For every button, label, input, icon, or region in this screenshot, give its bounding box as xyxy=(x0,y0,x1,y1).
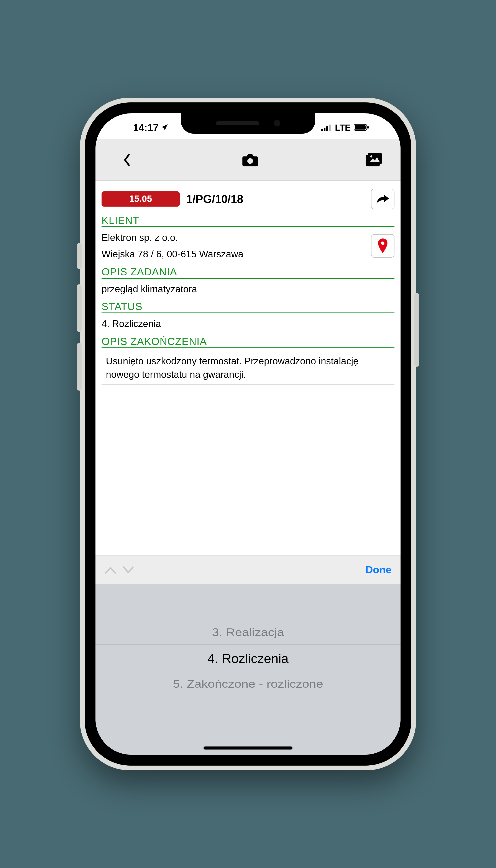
status-value[interactable]: 4. Rozliczenia xyxy=(102,317,394,336)
section-title-opis-zadania: OPIS ZADANIA xyxy=(102,266,394,279)
phone-power-button xyxy=(415,293,419,367)
picker-option[interactable]: 5. Zakończone - rozliczone xyxy=(95,678,401,690)
status-network: LTE xyxy=(335,123,351,133)
picker-option[interactable]: 3. Realizacja xyxy=(95,626,401,638)
klient-name: Elektron sp. z o.o. xyxy=(102,231,366,245)
section-title-opis-zakonczenia: OPIS ZAKOŃCZENIA xyxy=(102,336,394,348)
section-status: STATUS 4. Rozliczenia xyxy=(95,300,401,336)
phone-volume-down-button xyxy=(77,343,81,391)
section-opis-zadania: OPIS ZADANIA przegląd klimatyzatora xyxy=(95,266,401,301)
phone-frame: 14:17 LTE xyxy=(80,98,416,770)
svg-rect-2 xyxy=(326,126,328,131)
status-picker[interactable]: 3. Realizacja 4. Rozliczenia 5. Zakończo… xyxy=(95,584,401,755)
section-title-status: STATUS xyxy=(102,300,394,313)
svg-point-12 xyxy=(381,242,384,245)
task-header: 15.05 1/PG/10/18 xyxy=(95,181,401,214)
svg-rect-6 xyxy=(367,126,369,129)
map-pin-button[interactable] xyxy=(371,234,394,258)
screen: 14:17 LTE xyxy=(95,113,401,755)
svg-point-11 xyxy=(370,155,372,157)
opis-zakonczenia-text[interactable]: Usunięto uszkodzony termostat. Przeprowa… xyxy=(102,352,394,385)
keyboard-done-button[interactable]: Done xyxy=(366,564,391,576)
svg-rect-5 xyxy=(355,125,366,129)
home-indicator[interactable] xyxy=(203,746,293,749)
date-badge: 15.05 xyxy=(102,191,180,206)
opis-zadania-text: przegląd klimatyzatora xyxy=(102,282,394,301)
back-button[interactable] xyxy=(117,150,137,170)
keyboard-accessory-bar: Done xyxy=(95,556,401,584)
svg-rect-9 xyxy=(368,153,382,164)
keyboard-next-button[interactable] xyxy=(122,563,134,577)
section-opis-zakonczenia: OPIS ZAKOŃCZENIA Usunięto uszkodzony ter… xyxy=(95,336,401,385)
svg-rect-1 xyxy=(324,128,325,131)
section-title-klient: KLIENT xyxy=(102,214,394,227)
camera-button[interactable] xyxy=(241,150,260,170)
picker-option-selected[interactable]: 4. Rozliczenia xyxy=(95,651,401,666)
battery-icon xyxy=(354,122,369,134)
status-bar: 14:17 LTE xyxy=(95,118,401,137)
section-klient: KLIENT Elektron sp. z o.o. Wiejska 78 / … xyxy=(95,214,401,266)
location-arrow-icon xyxy=(161,122,169,134)
svg-point-7 xyxy=(247,158,253,164)
svg-rect-3 xyxy=(329,125,331,131)
svg-rect-0 xyxy=(321,129,323,131)
signal-strength-icon xyxy=(321,122,332,134)
status-time: 14:17 xyxy=(133,122,159,134)
gallery-button[interactable] xyxy=(363,150,383,170)
keyboard-previous-button[interactable] xyxy=(105,563,116,577)
toolbar xyxy=(95,139,401,181)
task-id: 1/PG/10/18 xyxy=(186,192,243,205)
phone-volume-up-button xyxy=(77,284,81,332)
phone-mute-switch xyxy=(77,243,81,269)
share-button[interactable] xyxy=(371,189,394,209)
klient-address: Wiejska 78 / 6, 00-615 Warszawa xyxy=(102,247,366,261)
